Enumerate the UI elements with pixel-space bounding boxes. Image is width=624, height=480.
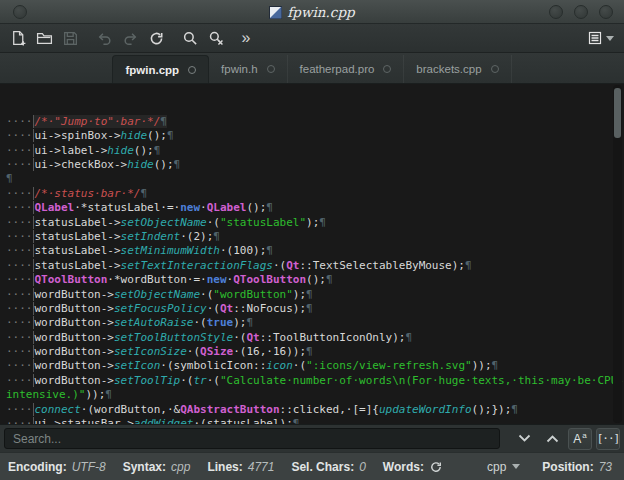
code-line: ····statusLabel->setTextInteractionFlags… xyxy=(6,259,624,273)
code-line: ····QLabel·*statusLabel·=·new·QLabel();¶ xyxy=(6,201,624,215)
code-line: intensive.)"));¶ xyxy=(6,388,624,402)
find-previous-button[interactable] xyxy=(540,428,564,450)
chevron-down-icon xyxy=(606,36,614,41)
code-line: ····wordButton->setObjectName·("wordButt… xyxy=(6,288,624,302)
replace-button[interactable] xyxy=(204,26,228,50)
code-line: ····wordButton->setIconSize·(QSize·(16,·… xyxy=(6,345,624,359)
tab-strip: fpwin.cppfpwin.hfeatherpad.probrackets.c… xyxy=(112,55,511,83)
status-encoding: Encoding: UTF-8 xyxy=(8,460,106,474)
tab-featherpad-pro[interactable]: featherpad.pro xyxy=(288,55,405,83)
code-line: ····statusLabel->setIndent·(2);¶ xyxy=(6,230,624,244)
redo-icon xyxy=(122,30,139,47)
scrollbar-track[interactable] xyxy=(613,85,622,423)
language-dropdown[interactable]: cpp xyxy=(487,460,520,474)
code-line: ····wordButton->setToolTip·(tr·("Calcula… xyxy=(6,374,624,388)
app-icon xyxy=(269,6,282,19)
tab-bar: fpwin.cppfpwin.hfeatherpad.probrackets.c… xyxy=(0,53,624,84)
code-line: ····/*·status·bar·*/¶ xyxy=(6,187,624,201)
whole-word-button[interactable]: [··] xyxy=(596,428,620,450)
code-line: ····ui->spinBox->hide();¶ xyxy=(6,129,624,143)
status-words: Words: xyxy=(383,460,443,474)
code-line: ····/*·"Jump·to"·bar·*/¶ xyxy=(6,115,624,129)
match-case-button[interactable]: Aa xyxy=(568,428,592,450)
code-line: ····wordButton->setFocusPolicy·(Qt::NoFo… xyxy=(6,302,624,316)
tab-label: fpwin.cpp xyxy=(125,64,179,76)
code-lines: ····/*·"Jump·to"·bar·*/¶····ui->spinBox-… xyxy=(6,115,624,424)
redo-button[interactable] xyxy=(118,26,142,50)
chevron-down-icon xyxy=(512,464,520,469)
match-case-icon: Aa xyxy=(573,432,586,445)
code-line: ····ui->label->hide();¶ xyxy=(6,144,624,158)
find-next-button[interactable] xyxy=(512,428,536,450)
search-icon xyxy=(182,30,199,47)
window-title: fpwin.cpp xyxy=(287,4,354,20)
maximize-button[interactable] xyxy=(574,5,588,19)
scrollbar-thumb[interactable] xyxy=(614,88,621,138)
window-menu-button[interactable] xyxy=(13,5,27,19)
save-icon xyxy=(62,30,79,47)
tab-close-icon[interactable] xyxy=(491,65,499,73)
status-bar: Encoding: UTF-8 Syntax: cpp Lines: 4771 … xyxy=(0,452,624,480)
folder-open-icon xyxy=(36,30,53,47)
chevron-up-icon xyxy=(546,434,559,443)
tab-fpwin-h[interactable]: fpwin.h xyxy=(209,55,287,83)
status-position: Position: 73 xyxy=(542,460,612,474)
open-file-button[interactable] xyxy=(32,26,56,50)
new-file-button[interactable] xyxy=(6,26,30,50)
reload-icon xyxy=(148,30,165,47)
tab-close-icon[interactable] xyxy=(383,65,391,73)
code-line: ····wordButton->setToolButtonStyle·(Qt::… xyxy=(6,331,624,345)
whole-word-icon: [··] xyxy=(597,433,620,444)
code-line: ····statusLabel->setObjectName·("statusL… xyxy=(6,216,624,230)
main-menu-button[interactable] xyxy=(584,26,618,50)
search-input[interactable] xyxy=(4,428,500,449)
code-line: ····QToolButton·*wordButton·=·new·QToolB… xyxy=(6,273,624,287)
code-editor[interactable]: ····/*·"Jump·to"·bar·*/¶····ui->spinBox-… xyxy=(0,84,624,424)
undo-button[interactable] xyxy=(92,26,116,50)
close-button[interactable] xyxy=(599,5,613,19)
search-bar: Aa [··] xyxy=(0,424,624,452)
code-line: ····connect·(wordButton,·&QAbstractButto… xyxy=(6,403,624,417)
tab-close-icon[interactable] xyxy=(267,65,275,73)
find-button[interactable] xyxy=(178,26,202,50)
code-line: ····wordButton->setAutoRaise·(true);¶ xyxy=(6,316,624,330)
tab-label: fpwin.h xyxy=(221,63,257,75)
tab-brackets-cpp[interactable]: brackets.cpp xyxy=(404,55,511,83)
save-button[interactable] xyxy=(58,26,82,50)
tab-close-icon[interactable] xyxy=(188,66,196,74)
code-line: ····ui->statusBar->addWidget·(statusLabe… xyxy=(6,417,624,424)
status-lines: Lines: 4771 xyxy=(207,460,274,474)
undo-icon xyxy=(96,30,113,47)
code-line: ····statusLabel->setMinimumWidth·(100);¶ xyxy=(6,244,624,258)
tab-label: featherpad.pro xyxy=(300,63,375,75)
document-new-icon xyxy=(10,30,27,47)
minimize-button[interactable] xyxy=(549,5,563,19)
code-line: ····ui->checkBox->hide();¶ xyxy=(6,158,624,172)
status-selected-chars: Sel. Chars: 0 xyxy=(291,460,365,474)
tab-fpwin-cpp[interactable]: fpwin.cpp xyxy=(112,55,209,83)
title-bar: fpwin.cpp xyxy=(0,0,624,24)
chevron-down-icon xyxy=(518,434,531,443)
status-syntax: Syntax: cpp xyxy=(123,460,191,474)
menu-icon xyxy=(588,30,603,46)
reload-button[interactable] xyxy=(144,26,168,50)
code-line: ····wordButton->setIcon·(symbolicIcon::i… xyxy=(6,359,624,373)
toolbar: » xyxy=(0,24,624,53)
tab-label: brackets.cpp xyxy=(416,63,481,75)
refresh-icon xyxy=(429,460,443,474)
toolbar-overflow-button[interactable]: » xyxy=(236,26,256,50)
search-replace-icon xyxy=(208,30,225,47)
word-count-refresh-button[interactable] xyxy=(429,460,443,474)
code-line: ¶ xyxy=(6,172,624,186)
